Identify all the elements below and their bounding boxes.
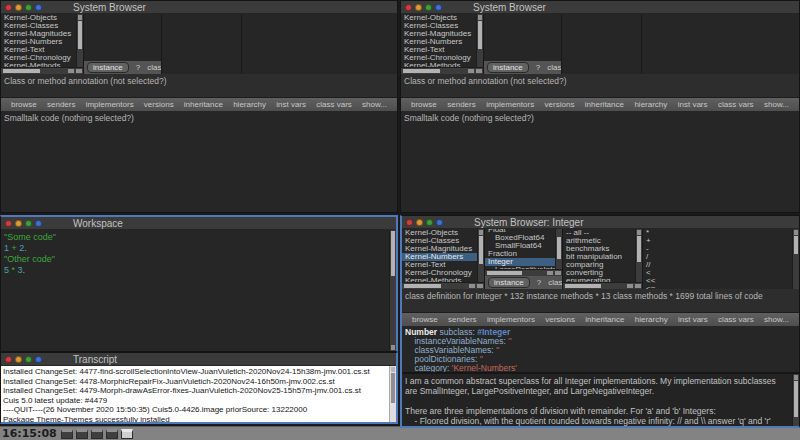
code-pane[interactable]: Smalltalk code (nothing selected?)	[401, 111, 799, 212]
category-item[interactable]: Kernel-Text	[401, 46, 483, 54]
toolbar-button[interactable]: implementors	[487, 315, 535, 324]
window-thumbnail-icon[interactable]	[61, 429, 73, 439]
scrollbar-handle[interactable]	[565, 284, 601, 288]
toolbar-button[interactable]: show...	[764, 315, 789, 324]
message-category-item[interactable]: arithmetic	[563, 237, 642, 245]
class-definition-pane[interactable]: Number subclass: #Integer instanceVariab…	[402, 326, 799, 372]
window-menu-icon[interactable]	[435, 4, 442, 11]
close-icon[interactable]	[405, 4, 412, 11]
vertical-scrollbar[interactable]	[792, 374, 799, 426]
toolbar-button[interactable]: versions	[545, 100, 575, 109]
vertical-scrollbar[interactable]	[477, 229, 484, 282]
scroll-left-icon[interactable]	[469, 284, 475, 288]
toolbar-button[interactable]: senders	[447, 100, 475, 109]
scroll-left-icon[interactable]	[627, 284, 633, 288]
titlebar[interactable]: System Browser: Integer	[402, 216, 799, 229]
message-category-item[interactable]: benchmarks	[563, 245, 642, 253]
toolbar-button[interactable]: inheritance	[585, 100, 624, 109]
toolbar-button[interactable]: implementors	[86, 100, 134, 109]
toolbar-button[interactable]: implementors	[486, 100, 534, 109]
close-icon[interactable]	[5, 220, 12, 227]
scroll-right-icon[interactable]	[555, 271, 561, 275]
scroll-left-icon[interactable]	[547, 271, 553, 275]
expand-icon[interactable]	[25, 220, 32, 227]
expand-icon[interactable]	[25, 356, 32, 363]
toolbar-button[interactable]: class vars	[316, 100, 352, 109]
scrollbar-handle[interactable]	[3, 69, 40, 73]
message-item[interactable]: -	[643, 245, 799, 253]
category-item[interactable]: Kernel-Chronology	[402, 269, 484, 277]
window-thumbnail-icon[interactable]	[91, 429, 103, 439]
toolbar-button[interactable]: class vars	[718, 315, 754, 324]
toolbar-button[interactable]: browse	[11, 100, 37, 109]
scrollbar-handle[interactable]	[637, 236, 641, 262]
scrollbar-handle[interactable]	[479, 236, 483, 264]
close-icon[interactable]	[5, 4, 12, 11]
horizontal-scrollbar[interactable]	[1, 67, 83, 74]
class-button[interactable]: class	[548, 278, 562, 287]
toolbar-button[interactable]: senders	[47, 100, 75, 109]
minimize-icon[interactable]	[415, 4, 422, 11]
scrollbar-handle[interactable]	[478, 21, 482, 49]
message-item[interactable]: /	[643, 253, 799, 261]
comment-button[interactable]: ?	[537, 278, 541, 287]
toolbar-button[interactable]: show...	[764, 100, 789, 109]
class-pane[interactable]: instance ? class	[484, 14, 561, 74]
toolbar-button[interactable]: senders	[448, 315, 476, 324]
category-item[interactable]: Kernel-Numbers	[401, 38, 483, 46]
message-category-item[interactable]: comparing	[563, 261, 642, 269]
toolbar-button[interactable]: inheritance	[585, 315, 624, 324]
scrollbar-handle[interactable]	[391, 373, 395, 403]
system-browser-integer-window[interactable]: System Browser: Integer Kernel-ObjectsKe…	[400, 215, 800, 428]
instance-button[interactable]: instance	[488, 277, 530, 288]
close-icon[interactable]	[5, 356, 12, 363]
toolbar-button[interactable]: hierarchy	[634, 100, 667, 109]
message-item[interactable]: *	[643, 229, 799, 237]
category-item[interactable]: Kernel-Classes	[401, 22, 483, 30]
close-icon[interactable]	[406, 219, 413, 226]
horizontal-scrollbar[interactable]	[563, 282, 642, 289]
comment-button[interactable]: ?	[136, 63, 140, 72]
message-category-item[interactable]: converting	[563, 269, 642, 277]
toolbar-button[interactable]: inst vars	[678, 100, 708, 109]
vertical-scrollbar[interactable]	[476, 14, 483, 67]
scrollbar-handle[interactable]	[794, 381, 798, 417]
vertical-scrollbar[interactable]	[389, 230, 396, 351]
category-item[interactable]: Kernel-Magnitudes	[402, 245, 484, 253]
class-button[interactable]: class	[147, 63, 161, 72]
toolbar-button[interactable]: hierarchy	[635, 315, 668, 324]
vertical-scrollbar[interactable]	[635, 229, 642, 282]
horizontal-scrollbar[interactable]	[485, 269, 562, 276]
message-pane[interactable]	[242, 14, 397, 74]
comment-button[interactable]: ?	[536, 63, 540, 72]
scrollbar-handle[interactable]	[403, 69, 440, 73]
class-comment-pane[interactable]: I am a common abstract superclass for al…	[402, 372, 799, 426]
message-category-list[interactable]: -- all --arithmeticbenchmarksbit manipul…	[563, 229, 642, 285]
category-item[interactable]: Kernel-Numbers	[1, 38, 83, 46]
titlebar[interactable]: Transcript	[1, 353, 396, 366]
message-item[interactable]: <<	[643, 277, 799, 285]
scroll-up-icon[interactable]	[637, 230, 641, 235]
scroll-down-icon[interactable]	[391, 345, 395, 350]
category-item[interactable]: Kernel-Magnitudes	[401, 30, 483, 38]
message-list[interactable]: *+-///<<<<=	[643, 229, 799, 289]
category-item[interactable]: Kernel-Chronology	[401, 54, 483, 62]
scroll-right-icon[interactable]	[76, 69, 82, 73]
system-browser-window-2[interactable]: System Browser Kernel-ObjectsKernel-Clas…	[400, 0, 800, 213]
scrollbar-handle[interactable]	[557, 237, 561, 259]
category-item[interactable]: Kernel-Classes	[402, 237, 484, 245]
vertical-scrollbar[interactable]	[76, 14, 83, 67]
class-item[interactable]: SmallFloat64	[485, 242, 562, 250]
window-menu-icon[interactable]	[35, 220, 42, 227]
scroll-up-icon[interactable]	[794, 230, 798, 235]
window-menu-icon[interactable]	[35, 356, 42, 363]
message-item[interactable]: +	[643, 237, 799, 245]
scroll-right-icon[interactable]	[635, 284, 641, 288]
titlebar[interactable]: System Browser	[1, 1, 397, 14]
category-item[interactable]: Kernel-Objects	[1, 14, 83, 22]
message-category-pane[interactable]	[562, 14, 641, 74]
category-list[interactable]: Kernel-ObjectsKernel-ClassesKernel-Magni…	[401, 14, 483, 70]
expand-icon[interactable]	[426, 219, 433, 226]
toolbar-button[interactable]: versions	[144, 100, 174, 109]
toolbar-button[interactable]: browse	[411, 100, 437, 109]
